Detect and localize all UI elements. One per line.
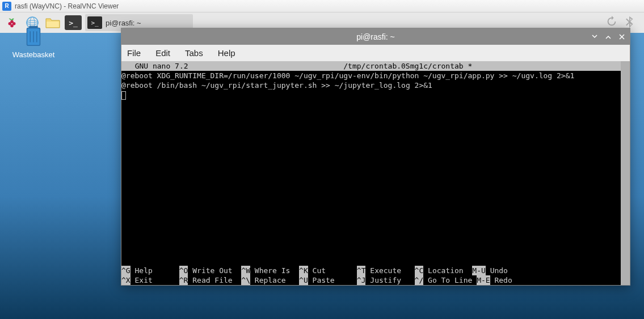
terminal-body[interactable]: GNU nano 7.2 /tmp/crontab.0Smg1c/crontab… <box>121 61 630 285</box>
close-button[interactable] <box>616 31 628 42</box>
shortcut-label: Execute <box>365 266 414 275</box>
shortcut-label: Justify <box>365 275 414 285</box>
shortcut-key: M-U <box>472 266 485 275</box>
shortcut-label: Where Is <box>250 266 299 275</box>
terminal-mini-icon: >_ <box>87 16 102 29</box>
desktop: >_ >_ pi@rasfi: ~ Wastebasket pi@rasfi: … <box>0 12 644 319</box>
shortcut-label: Read File <box>188 275 241 285</box>
scrollbar[interactable] <box>621 61 630 285</box>
shortcut-key: ^\ <box>241 275 250 285</box>
vnc-titlebar: R rasfi (WayVNC) - RealVNC Viewer <box>0 0 644 12</box>
shortcut-key: ^G <box>121 266 131 275</box>
shortcut-key: ^/ <box>415 275 424 285</box>
nano-content[interactable]: @reboot XDG_RUNTIME_DIR=/run/user/1000 ~… <box>121 71 630 100</box>
shortcut-key: ^W <box>241 266 250 275</box>
shortcut-label: Replace <box>250 275 299 285</box>
shortcut-label: Help <box>131 266 179 275</box>
nano-filename: /tmp/crontab.0Smg1c/crontab * <box>188 61 628 71</box>
shortcut-label: Redo <box>490 275 512 285</box>
shortcut-key: ^U <box>299 275 308 285</box>
wastebasket-label: Wastebasket <box>8 50 59 59</box>
shortcut-key: ^T <box>357 266 366 275</box>
shortcut-label: Cut <box>308 266 357 275</box>
shortcut-label: Location <box>423 266 472 275</box>
minimize-button[interactable] <box>589 31 600 42</box>
shortcut-label: Paste <box>308 275 357 285</box>
svg-rect-9 <box>29 26 37 28</box>
file-line: @reboot /bin/bash ~/ugv_rpi/start_jupyte… <box>121 80 630 90</box>
vnc-logo-icon: R <box>2 2 11 11</box>
menu-file[interactable]: File <box>125 46 143 59</box>
shortcut-key: ^K <box>299 266 308 275</box>
shortcut-key: ^X <box>121 275 131 285</box>
shortcut-key: ^R <box>179 275 188 285</box>
task-label: pi@rasfi: ~ <box>106 19 141 27</box>
shortcut-label: Undo <box>486 266 508 275</box>
shortcut-label: Exit <box>131 275 179 285</box>
shortcut-label: Write Out <box>188 266 241 275</box>
shortcut-label: Go To Line <box>423 275 477 285</box>
scroll-thumb[interactable] <box>621 61 630 285</box>
menu-help[interactable]: Help <box>216 46 238 59</box>
wastebasket-icon[interactable]: Wastebasket <box>8 23 59 59</box>
shortcut-key: ^C <box>415 266 424 275</box>
menu-edit[interactable]: Edit <box>153 46 172 59</box>
nano-shortcut-bar: ^G Help ^O Write Out ^W Where Is ^K Cut … <box>121 266 621 285</box>
maximize-button[interactable] <box>603 31 614 42</box>
window-titlebar[interactable]: pi@rasfi: ~ <box>121 28 630 45</box>
cursor-icon <box>121 91 126 100</box>
nano-version: GNU nano 7.2 <box>121 61 188 71</box>
shortcut-key: ^J <box>357 275 366 285</box>
menu-tabs[interactable]: Tabs <box>183 46 205 59</box>
terminal-window: pi@rasfi: ~ File Edit Tabs Help GNU nano… <box>121 28 630 286</box>
nano-titlebar: GNU nano 7.2 /tmp/crontab.0Smg1c/crontab… <box>121 61 630 71</box>
file-line: @reboot XDG_RUNTIME_DIR=/run/user/1000 ~… <box>121 71 630 80</box>
vnc-title: rasfi (WayVNC) - RealVNC Viewer <box>15 2 119 10</box>
terminal-launcher-icon[interactable]: >_ <box>65 15 82 30</box>
shortcut-key: M-E <box>477 275 490 285</box>
terminal-menubar: File Edit Tabs Help <box>121 45 630 61</box>
shortcut-key: ^O <box>179 266 188 275</box>
window-title: pi@rasfi: ~ <box>356 32 395 41</box>
